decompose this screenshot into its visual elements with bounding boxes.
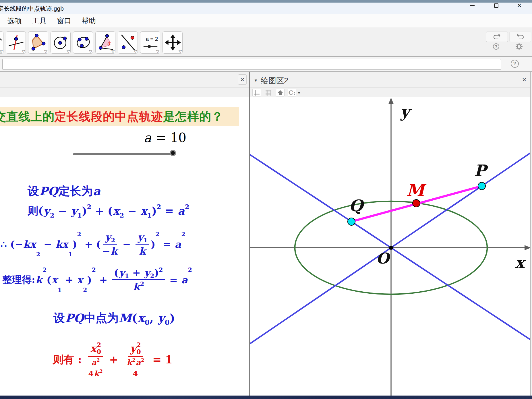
axes-icon <box>254 90 260 96</box>
point-p[interactable] <box>478 182 485 190</box>
window-top-border <box>0 0 532 3</box>
label-p: P <box>474 161 488 180</box>
circle-center-point-tool-icon <box>53 34 69 51</box>
help-icon: ? <box>493 43 499 50</box>
move-graphics-view-tool-icon <box>165 34 181 51</box>
move-graphics-view-tool-button[interactable]: ▽ <box>162 31 183 54</box>
perpendicular-line-tool-button[interactable]: ▽ <box>6 31 26 54</box>
help-icon: ? <box>511 60 519 68</box>
question-banner-text: 交直线上的定长线段的中点轨迹是怎样的？ <box>0 109 223 125</box>
undo-icon <box>493 33 501 40</box>
chevron-down-icon[interactable]: ▽ <box>67 49 70 53</box>
grid-icon <box>265 90 272 96</box>
a-slider[interactable] <box>72 149 179 159</box>
close-left-panel-button[interactable]: × <box>238 74 247 85</box>
slider-handle[interactable] <box>170 150 176 156</box>
label-origin: O <box>376 249 391 267</box>
left-panel-header: × <box>0 72 249 88</box>
close-window-button[interactable]: × <box>513 1 526 10</box>
close-icon: × <box>240 75 244 84</box>
toggle-grid-button[interactable] <box>264 89 273 96</box>
workspace: × 交直线上的定长线段的中点轨迹是怎样的？ a = 10 设PQ定长为a 则(y… <box>0 72 532 396</box>
slider-var: a <box>144 130 152 145</box>
conic-through-points-tool-icon <box>75 34 91 51</box>
maximize-button[interactable] <box>490 1 503 10</box>
close-icon: × <box>517 2 522 9</box>
graphics-canvas[interactable]: P Q M O y x <box>250 97 532 396</box>
formula-ellipse-result: 则有 : x20a24k2 + y20k2a24 = 1 <box>53 342 173 378</box>
question-banner: 交直线上的定长线段的中点轨迹是怎样的？ <box>0 107 239 126</box>
magnet-icon: C: <box>289 89 295 96</box>
graphics-view-2-title: 绘图区2 <box>261 75 288 86</box>
collapse-panel-icon[interactable]: ▼ <box>254 78 258 83</box>
reflect-about-line-tool-icon <box>120 34 136 51</box>
formula-substitute: ∴ (−kx2 − kx1)2 + (y2−k − y1k)2 = a2 <box>1 231 185 257</box>
taskbar-strip <box>0 396 532 399</box>
chevron-down-icon[interactable]: ▼ <box>297 91 301 95</box>
angle-tool-icon: α <box>98 34 114 51</box>
close-graphics-view-2-button[interactable]: × <box>520 74 529 85</box>
polygon-tool-button[interactable]: ▽ <box>28 31 48 54</box>
banner-text-green1: 交直线上的 <box>0 110 55 123</box>
circle-center-point-tool-button[interactable]: ▽ <box>51 31 71 54</box>
home-icon <box>277 90 283 96</box>
menu-options[interactable]: 选项 <box>7 16 22 26</box>
formula-midpoint: 设PQ中点为M(x0, y0) <box>53 310 175 326</box>
chevron-down-icon[interactable]: ▽ <box>111 49 115 53</box>
chevron-down-icon[interactable]: ▽ <box>89 49 92 53</box>
tool-bar: ▽ ▽ ▽ ▽ ▽ <box>0 28 532 57</box>
label-x-axis: x <box>515 253 526 272</box>
input-help-button[interactable]: ? <box>511 60 519 68</box>
menu-window[interactable]: 窗口 <box>57 16 71 26</box>
origin-point <box>389 246 393 250</box>
left-graphics-panel: × 交直线上的定长线段的中点轨迹是怎样的？ a = 10 设PQ定长为a 则(y… <box>0 72 249 396</box>
partial-tool-button[interactable]: ▽ <box>0 31 3 54</box>
slider-track[interactable] <box>73 153 176 155</box>
chevron-down-icon[interactable]: ▽ <box>44 49 47 53</box>
redo-icon <box>516 33 525 40</box>
chevron-down-icon[interactable]: ▽ <box>22 49 25 53</box>
redo-button[interactable] <box>509 32 531 42</box>
minimize-button[interactable] <box>466 1 479 10</box>
graphics-view-2-panel: ▼ 绘图区2 × <box>250 72 532 396</box>
preferences-button[interactable] <box>515 42 523 51</box>
alpha-symbol: α <box>107 40 111 46</box>
label-q: Q <box>349 196 365 215</box>
reflect-about-line-tool-button[interactable]: ▽ <box>118 31 138 54</box>
left-panel-toolbar <box>0 88 249 97</box>
minimize-icon <box>470 5 475 6</box>
window-title: 定长线段的中点轨迹.ggb <box>0 5 64 13</box>
banner-text-green2: 是怎样的？ <box>163 110 223 123</box>
gear-icon <box>515 43 523 50</box>
formula-distance: 则(y2 − y1)2 + (x2 − x1)2 = a2 <box>28 204 189 218</box>
chevron-down-icon[interactable]: ▽ <box>156 49 159 53</box>
point-capturing-button[interactable]: C: <box>288 89 296 96</box>
point-m[interactable] <box>413 200 420 207</box>
algebra-input[interactable] <box>2 59 501 70</box>
close-icon: × <box>522 75 526 84</box>
title-bar: 定长线段的中点轨迹.ggb <box>0 3 532 14</box>
slider-tool-label: a = 2 <box>146 36 158 42</box>
x-axis-arrow <box>525 245 531 250</box>
chevron-down-icon[interactable]: ▽ <box>134 49 137 53</box>
input-bar: ? <box>0 57 532 72</box>
slider-tool-button[interactable]: a = 2 ▽ <box>140 31 160 54</box>
chevron-down-icon[interactable]: ▽ <box>179 49 182 53</box>
toggle-axes-button[interactable] <box>252 89 261 96</box>
conic-through-points-tool-button[interactable]: ▽ <box>73 31 93 54</box>
menu-tools[interactable]: 工具 <box>32 16 47 26</box>
menu-help[interactable]: 帮助 <box>82 16 96 26</box>
home-view-button[interactable] <box>276 89 285 96</box>
slider-tool-icon: a = 2 <box>142 34 158 51</box>
undo-button[interactable] <box>486 32 508 42</box>
point-q[interactable] <box>348 218 355 225</box>
slider-value-label: a = 10 <box>144 130 207 145</box>
window-right-border <box>530 72 532 396</box>
label-m: M <box>407 181 427 200</box>
help-button[interactable]: ? <box>492 42 500 51</box>
graphics-view-2-toolbar: C: ▼ <box>250 88 532 97</box>
angle-tool-button[interactable]: α ▽ <box>95 31 115 54</box>
chevron-down-icon[interactable]: ▽ <box>0 49 3 53</box>
perpendicular-line-tool-icon <box>8 34 24 51</box>
banner-text-red: 定长线段的中点轨迹 <box>55 110 163 123</box>
